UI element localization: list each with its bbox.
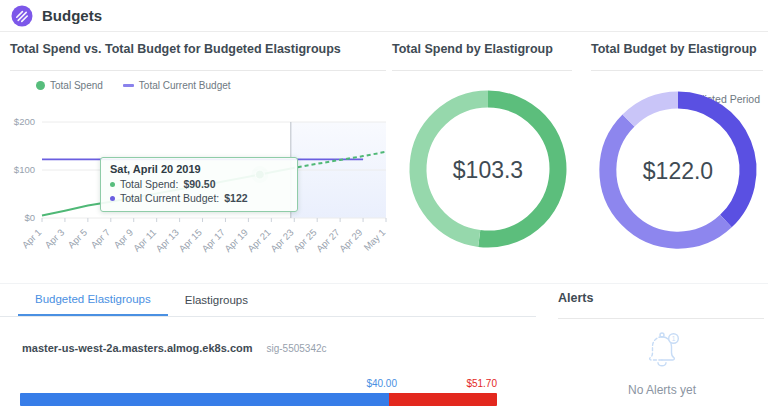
svg-text:Apr 25: Apr 25 bbox=[291, 227, 319, 255]
tab-elastigroups[interactable]: Elastigroups bbox=[168, 284, 265, 316]
svg-text:May 1: May 1 bbox=[361, 227, 387, 253]
svg-text:Apr 23: Apr 23 bbox=[268, 227, 296, 255]
svg-text:Apr 15: Apr 15 bbox=[176, 227, 204, 255]
svg-text:Apr 29: Apr 29 bbox=[337, 227, 365, 255]
legend-budget-label: Total Current Budget bbox=[139, 80, 231, 91]
svg-text:Apr 5: Apr 5 bbox=[65, 227, 89, 251]
total-budget-value: $122.0 bbox=[590, 158, 766, 185]
budgeted-elastigroup-row[interactable]: master-us-west-2a.masters.almog.ek8s.com… bbox=[22, 342, 327, 354]
tab-budgeted-elastigroups[interactable]: Budgeted Elastigroups bbox=[18, 284, 168, 316]
page-title: Budgets bbox=[42, 7, 102, 24]
spotinst-logo-icon bbox=[11, 5, 33, 27]
alerts-title: Alerts bbox=[558, 291, 593, 305]
legend-budget-marker-icon bbox=[123, 84, 134, 87]
svg-text:$0: $0 bbox=[24, 212, 35, 223]
total-budget-donut-title: Total Budget by Elastigroup bbox=[591, 42, 757, 56]
svg-text:$100: $100 bbox=[14, 164, 35, 175]
chart-tooltip: Sat, April 20 2019 Total Spend: $90.50 T… bbox=[100, 157, 298, 212]
elastigroups-tabbar: Budgeted Elastigroups Elastigroups bbox=[0, 284, 536, 317]
tooltip-budget-bullet-icon bbox=[110, 196, 115, 201]
divider bbox=[10, 70, 386, 71]
budgets-dashboard: Budgets Total Spend vs. Total Budget for… bbox=[0, 0, 768, 414]
svg-text:Apr 27: Apr 27 bbox=[314, 227, 342, 255]
budget-progress-bar bbox=[20, 393, 497, 406]
svg-text:Apr 7: Apr 7 bbox=[88, 227, 112, 251]
svg-text:Apr 17: Apr 17 bbox=[199, 227, 227, 255]
total-spend-value: $103.3 bbox=[400, 157, 576, 184]
divider bbox=[591, 70, 763, 71]
legend-item-total-spend[interactable]: Total Spend bbox=[36, 80, 103, 91]
total-spend-donut-title: Total Spend by Elastigroup bbox=[392, 42, 553, 56]
total-spend-amount-label: $51.70 bbox=[20, 378, 497, 389]
tooltip-spend-bullet-icon bbox=[110, 182, 115, 187]
svg-text:Apr 11: Apr 11 bbox=[131, 227, 158, 254]
divider bbox=[392, 70, 572, 71]
legend-item-total-budget[interactable]: Total Current Budget bbox=[123, 80, 231, 91]
app-header: Budgets bbox=[0, 0, 768, 32]
tooltip-row-budget: Total Current Budget: $122 bbox=[110, 191, 288, 205]
budget-usage-labels: $40.00 $51.70 bbox=[20, 378, 497, 391]
elastigroups-section: Budgeted Elastigroups Elastigroups maste… bbox=[0, 284, 540, 414]
spend-vs-budget-title: Total Spend vs. Total Budget for Budgete… bbox=[10, 42, 341, 56]
bell-icon: 1 bbox=[642, 328, 684, 370]
budget-usage-bar: $40.00 $51.70 bbox=[20, 378, 497, 406]
svg-text:1: 1 bbox=[672, 335, 676, 342]
chart-legend: Total Spend Total Current Budget bbox=[36, 80, 231, 91]
elastigroup-sig: sig-5505342c bbox=[267, 343, 327, 354]
no-alerts-text: No Alerts yet bbox=[556, 383, 768, 397]
svg-text:Apr 3: Apr 3 bbox=[43, 227, 67, 251]
svg-text:$200: $200 bbox=[14, 116, 35, 127]
overbudget-bar-segment bbox=[389, 393, 497, 406]
svg-text:Apr 1: Apr 1 bbox=[20, 227, 44, 251]
elastigroup-name[interactable]: master-us-west-2a.masters.almog.ek8s.com bbox=[22, 342, 253, 354]
budget-bar-segment bbox=[20, 393, 389, 406]
tooltip-row-spend: Total Spend: $90.50 bbox=[110, 177, 288, 191]
legend-spend-label: Total Spend bbox=[50, 80, 103, 91]
divider bbox=[558, 318, 764, 319]
legend-spend-marker-icon bbox=[36, 81, 45, 90]
svg-text:Apr 19: Apr 19 bbox=[222, 227, 250, 255]
alerts-panel: Alerts 1 No Alerts yet bbox=[556, 284, 768, 414]
svg-text:Apr 21: Apr 21 bbox=[245, 227, 273, 255]
svg-text:Apr 13: Apr 13 bbox=[153, 227, 181, 255]
tooltip-date: Sat, April 20 2019 bbox=[110, 163, 288, 175]
